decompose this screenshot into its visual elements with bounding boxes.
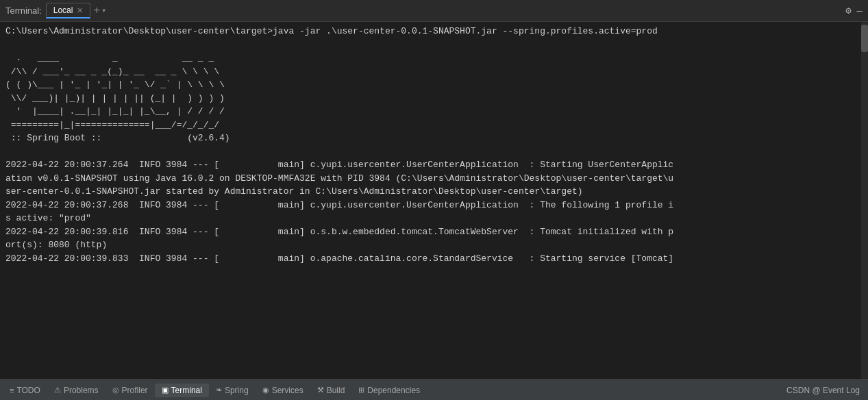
tab-dropdown-button[interactable]: ▾ <box>101 5 106 16</box>
scrollbar-thumb[interactable] <box>861 25 868 52</box>
tab-profiler[interactable]: ◎ Profiler <box>106 384 155 397</box>
profiler-icon: ◎ <box>112 386 119 395</box>
tab-spring[interactable]: ❧ Spring <box>209 384 256 397</box>
local-tab-label: Local <box>53 5 73 15</box>
top-bar-actions: ⚙ — <box>845 5 863 16</box>
minimize-icon[interactable]: — <box>857 5 863 16</box>
add-tab-button[interactable]: + <box>93 5 100 17</box>
build-icon: ⚒ <box>317 386 324 395</box>
terminal-icon: ▣ <box>162 386 169 395</box>
spring-label: Spring <box>225 386 249 395</box>
scrollbar-track[interactable] <box>861 22 868 379</box>
dependencies-icon: ⊞ <box>358 386 364 395</box>
tab-todo[interactable]: ≡ TODO <box>3 384 47 397</box>
main-content: C:\Users\Administrator\Desktop\user-cent… <box>0 22 868 379</box>
tab-dependencies[interactable]: ⊞ Dependencies <box>351 384 427 397</box>
dependencies-label: Dependencies <box>367 386 420 395</box>
problems-label: Problems <box>64 386 99 395</box>
tab-services[interactable]: ◉ Services <box>256 384 310 397</box>
terminal-output[interactable]: C:\Users\Administrator\Desktop\user-cent… <box>0 22 861 379</box>
local-tab[interactable]: Local ✕ <box>46 3 91 18</box>
top-bar: Terminal: Local ✕ + ▾ ⚙ — <box>0 0 868 22</box>
build-label: Build <box>327 386 345 395</box>
profiler-label: Profiler <box>122 386 148 395</box>
tab-build[interactable]: ⚒ Build <box>310 384 352 397</box>
services-icon: ◉ <box>262 386 269 395</box>
services-label: Services <box>272 386 303 395</box>
bottom-bar-right: CSDN @ Event Log <box>786 386 865 395</box>
csdn-event-log[interactable]: CSDN @ Event Log <box>786 386 860 395</box>
tab-terminal[interactable]: ▣ Terminal <box>155 384 209 397</box>
problems-icon: ⚠ <box>54 386 61 395</box>
bottom-bar: ≡ TODO ⚠ Problems ◎ Profiler ▣ Terminal … <box>0 379 868 400</box>
settings-icon[interactable]: ⚙ <box>845 5 851 16</box>
todo-icon: ≡ <box>10 386 14 395</box>
tab-problems[interactable]: ⚠ Problems <box>47 384 106 397</box>
tab-close-icon[interactable]: ✕ <box>77 6 83 15</box>
terminal-tab-label: Terminal <box>171 386 202 395</box>
todo-label: TODO <box>16 386 40 395</box>
spring-icon: ❧ <box>216 386 222 395</box>
terminal-label: Terminal: <box>5 5 42 16</box>
